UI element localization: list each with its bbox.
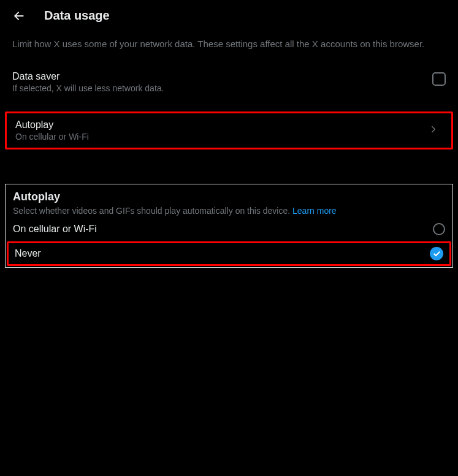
radio-option-cellular-wifi[interactable]: On cellular or Wi-Fi bbox=[6, 219, 452, 239]
radio-label-cellular-wifi: On cellular or Wi-Fi bbox=[13, 224, 97, 235]
data-saver-subtitle: If selected, X will use less network dat… bbox=[12, 83, 432, 93]
learn-more-link[interactable]: Learn more bbox=[292, 206, 337, 216]
data-saver-title: Data saver bbox=[12, 71, 432, 82]
radio-selected-icon[interactable] bbox=[430, 247, 443, 260]
data-saver-text: Data saver If selected, X will use less … bbox=[12, 71, 432, 93]
autoplay-panel: Autoplay Select whether videos and GIFs … bbox=[5, 184, 453, 268]
autoplay-panel-title: Autoplay bbox=[13, 191, 445, 203]
chevron-right-icon bbox=[428, 124, 439, 137]
page-header: Data usage bbox=[0, 0, 458, 31]
autoplay-panel-desc-text: Select whether videos and GIFs should pl… bbox=[13, 206, 292, 216]
autoplay-nav-row[interactable]: Autoplay On cellular or Wi-Fi bbox=[5, 111, 453, 149]
autoplay-panel-header: Autoplay Select whether videos and GIFs … bbox=[6, 191, 452, 219]
radio-label-never: Never bbox=[15, 248, 41, 259]
radio-unselected-icon[interactable] bbox=[433, 223, 445, 235]
radio-option-never[interactable]: Never bbox=[7, 241, 451, 266]
data-saver-checkbox[interactable] bbox=[432, 72, 446, 86]
back-arrow-icon[interactable] bbox=[12, 9, 26, 23]
page-title: Data usage bbox=[44, 9, 110, 23]
autoplay-nav-subtitle: On cellular or Wi-Fi bbox=[15, 132, 428, 142]
autoplay-nav-title: Autoplay bbox=[15, 119, 428, 130]
page-description: Limit how X uses some of your network da… bbox=[0, 31, 458, 65]
data-saver-row[interactable]: Data saver If selected, X will use less … bbox=[0, 65, 458, 99]
autoplay-nav-text: Autoplay On cellular or Wi-Fi bbox=[15, 119, 428, 142]
autoplay-panel-description: Select whether videos and GIFs should pl… bbox=[13, 206, 445, 216]
